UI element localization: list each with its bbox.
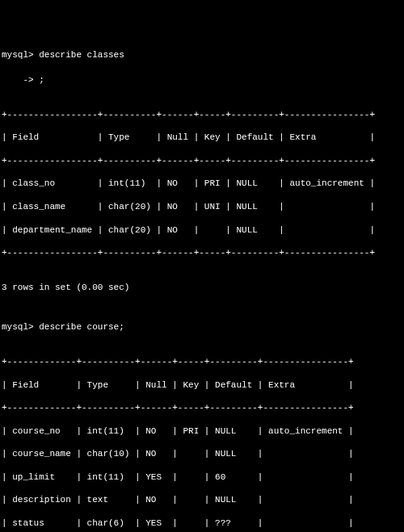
table-classes: +-----------------+----------+------+---… [2,97,402,270]
table-border: +-----------------+----------+------+---… [2,247,402,258]
table-header-row: | Field | Type | Null | Key | Default | … [2,132,402,143]
table-row: | status | char(6) | YES | | ??? | | [2,517,402,529]
table-border: +-----------------+----------+------+---… [2,109,402,120]
table-border: +-----------------+----------+------+---… [2,155,402,166]
table-row: | course_name | char(10) | NO | | NULL |… [2,448,402,459]
status-classes: 3 rows in set (0.00 sec) [2,282,402,293]
table-row: | class_no | int(11) | NO | PRI | NULL |… [2,178,402,189]
table-row: | description | text | NO | | NULL | | [2,494,402,505]
table-row: | up_limit | int(11) | YES | | 60 | | [2,471,402,483]
table-course: +-------------+----------+------+-----+-… [2,345,402,532]
mysql-prompt-course[interactable]: mysql> describe course; [2,321,402,333]
table-row: | course_no | int(11) | NO | PRI | NULL … [2,425,402,437]
mysql-prompt-classes-1[interactable]: mysql> describe classes [2,49,402,61]
table-header-row: | Field | Type | Null | Key | Default | … [2,379,402,391]
table-row: | department_name | char(20) | NO | | NU… [2,224,402,236]
table-border: +-------------+----------+------+-----+-… [2,402,402,413]
table-border: +-------------+----------+------+-----+-… [2,356,402,367]
mysql-prompt-classes-2[interactable]: -> ; [2,74,402,86]
table-row: | class_name | char(20) | NO | UNI | NUL… [2,201,402,212]
